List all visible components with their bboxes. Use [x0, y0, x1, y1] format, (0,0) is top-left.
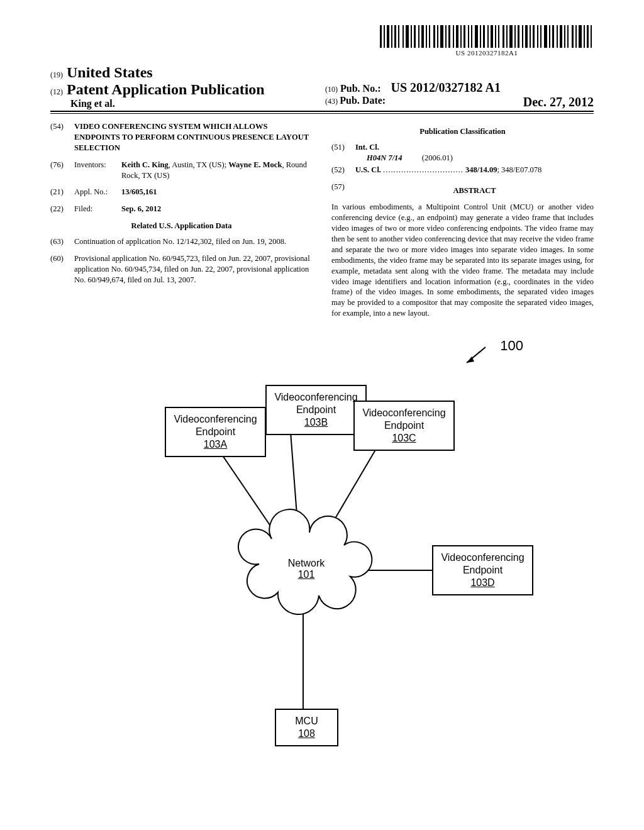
mcu-ref: 108: [280, 728, 333, 740]
svg-rect-18: [448, 25, 450, 48]
svg-rect-39: [530, 25, 531, 48]
box-d-l2: Endpoint: [463, 565, 502, 575]
barcode-area: US 20120327182A1: [50, 25, 594, 58]
box-c-l2: Endpoint: [384, 420, 424, 431]
box-c-ref: 103C: [358, 432, 450, 445]
left-column: (54) VIDEO CONFERENCING SYSTEM WHICH ALL…: [50, 121, 313, 319]
box-b-l1: Videoconferencing: [274, 392, 357, 402]
abstract-heading-row: (57) ABSTRACT: [331, 182, 594, 200]
box-a-l1: Videoconferencing: [174, 414, 257, 424]
svg-rect-16: [440, 25, 443, 48]
svg-rect-11: [421, 25, 424, 48]
pubdate-prefix: (43): [325, 97, 338, 106]
country-prefix: (19): [50, 70, 63, 79]
svg-rect-2: [387, 25, 389, 48]
title-row: (54) VIDEO CONFERENCING SYSTEM WHICH ALL…: [50, 121, 313, 153]
applno-value: 13/605,161: [121, 187, 157, 196]
pub-prefix: (12): [50, 87, 63, 96]
svg-rect-51: [575, 25, 577, 48]
cont-text: Continuation of application No. 12/142,3…: [74, 236, 313, 247]
box-c-l1: Videoconferencing: [362, 407, 445, 418]
uscl-label: U.S. Cl.: [355, 165, 381, 174]
right-column: Publication Classification (51) Int. Cl.…: [331, 121, 594, 319]
svg-line-60: [316, 445, 379, 551]
uscl-body: U.S. Cl. ...............................…: [355, 165, 594, 175]
inventors-code: (76): [50, 160, 74, 181]
svg-rect-13: [429, 25, 430, 48]
inventors-label: Inventors:: [74, 160, 121, 181]
svg-rect-7: [406, 25, 409, 48]
svg-rect-10: [418, 25, 419, 48]
svg-rect-48: [564, 25, 565, 48]
pubno-prefix: (10): [325, 85, 338, 94]
svg-rect-27: [483, 25, 485, 48]
svg-rect-0: [380, 25, 382, 48]
author-line: King et al.: [50, 98, 319, 109]
svg-rect-50: [572, 25, 574, 48]
svg-rect-31: [498, 25, 499, 48]
svg-rect-3: [391, 25, 392, 48]
pubdate-value: Dec. 27, 2012: [523, 95, 594, 109]
prov-code: (60): [50, 253, 74, 285]
box-a-l2: Endpoint: [196, 426, 235, 437]
svg-rect-34: [509, 25, 513, 48]
svg-rect-1: [384, 25, 385, 48]
svg-rect-38: [525, 25, 528, 48]
figure-area: 100 Videoconferencing Endpoint 103A Vide…: [102, 338, 542, 778]
svg-rect-52: [579, 25, 582, 48]
uscl-row: (52) U.S. Cl. ..........................…: [331, 165, 594, 175]
inventor-2: Wayne E. Mock: [228, 160, 282, 169]
svg-rect-44: [549, 25, 550, 48]
intcl-class: H04N 7/14: [355, 153, 402, 162]
svg-rect-5: [398, 25, 399, 48]
net-ref: 101: [284, 569, 328, 580]
title-code: (54): [50, 121, 74, 153]
svg-line-58: [215, 445, 289, 553]
barcode: US 20120327182A1: [380, 25, 594, 57]
svg-rect-20: [456, 25, 458, 48]
svg-rect-21: [460, 25, 462, 48]
inventors-row: (76) Inventors: Keith C. King, Austin, T…: [50, 160, 313, 181]
figure-ref-100: 100: [500, 338, 523, 354]
barcode-number: US 20120327182A1: [380, 49, 594, 57]
svg-rect-30: [495, 25, 496, 48]
svg-rect-41: [537, 25, 538, 48]
svg-rect-36: [518, 25, 519, 48]
provisional-row: (60) Provisional application No. 60/945,…: [50, 253, 313, 285]
related-heading: Related U.S. Application Data: [50, 221, 313, 231]
svg-rect-46: [557, 25, 558, 48]
svg-rect-24: [471, 25, 472, 48]
mcu-l1: MCU: [295, 716, 318, 726]
svg-rect-23: [468, 25, 469, 48]
svg-rect-15: [437, 25, 438, 48]
cont-code: (63): [50, 236, 74, 247]
pubno-value: US 2012/0327182 A1: [391, 80, 500, 94]
svg-rect-53: [584, 25, 585, 48]
uscl-value-rest: ; 348/E07.078: [497, 165, 541, 174]
continuation-row: (63) Continuation of application No. 12/…: [50, 236, 313, 247]
filed-row: (22) Filed: Sep. 6, 2012: [50, 204, 313, 214]
svg-line-59: [291, 432, 299, 548]
svg-rect-14: [433, 25, 435, 48]
svg-rect-9: [414, 25, 416, 48]
figure-network-label: Network 101: [284, 558, 328, 580]
prov-text: Provisional application No. 60/945,723, …: [74, 253, 313, 285]
svg-rect-55: [591, 25, 592, 48]
figure-box-103c: Videoconferencing Endpoint 103C: [353, 401, 455, 451]
header-right: (10) Pub. No.: US 2012/0327182 A1 (43) P…: [319, 80, 594, 109]
filed-label: Filed:: [74, 204, 121, 214]
country: United States: [67, 64, 153, 80]
pubdate-label: Pub. Date:: [340, 95, 386, 106]
svg-rect-26: [480, 25, 481, 48]
pub-type: Patent Application Publication: [67, 81, 265, 97]
box-a-ref: 103A: [170, 438, 261, 451]
header-left: (19) United States (12) Patent Applicati…: [50, 64, 319, 109]
svg-rect-25: [475, 25, 478, 48]
title-text: VIDEO CONFERENCING SYSTEM WHICH ALLOWS E…: [74, 121, 313, 153]
pubclass-heading: Publication Classification: [331, 126, 594, 137]
svg-rect-49: [567, 25, 569, 48]
svg-rect-8: [411, 25, 412, 48]
svg-rect-22: [464, 25, 465, 48]
svg-rect-4: [394, 25, 396, 48]
intcl-date: (2006.01): [422, 153, 453, 162]
